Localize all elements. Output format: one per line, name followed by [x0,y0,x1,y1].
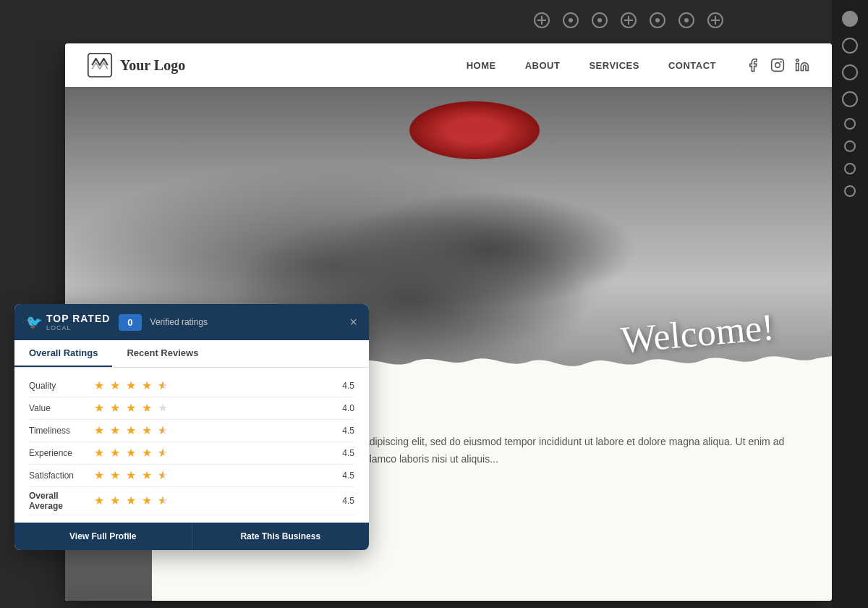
sidebar-icon-7[interactable] [844,163,856,174]
social-icons [745,57,810,73]
star-icon: ★ [142,423,156,438]
logo-area: Your Logo [87,52,467,78]
star-icon: ★ [126,423,140,438]
top-rated-widget: 🐦 TOP RATED LOCAL 0 Verified ratings × O… [14,304,369,550]
facebook-icon[interactable] [745,57,761,73]
logo-icon [87,52,113,78]
stars-container: ★★★★★★ [94,468,333,483]
star-icon: ★ [142,401,156,415]
stars-container: ★★★★★★ [94,494,333,508]
widget-close-button[interactable]: × [349,315,357,330]
nav-links: HOME ABOUT SERVICES CONTACT [467,60,716,71]
tab-overall-ratings[interactable]: Overall Ratings [14,340,112,367]
sidebar-icon-1[interactable] [842,11,858,27]
star-icon: ★ [94,468,109,483]
star-icon: ★ [110,468,124,483]
svg-point-3 [780,62,781,62]
rating-label: Quality [29,381,94,391]
verified-count: 0 [119,314,141,331]
toolbar-icon-3[interactable] [592,12,608,28]
toolbar [0,0,868,40]
nav-services[interactable]: SERVICES [589,60,639,71]
star-icon: ★ [110,379,124,393]
star-icon: ★ [126,468,140,483]
widget-header: 🐦 TOP RATED LOCAL 0 Verified ratings × [14,304,369,340]
svg-point-2 [775,63,780,68]
star-icon: ★ [94,446,109,460]
rating-score: 4.5 [333,470,354,481]
star-icon: ★ [142,446,156,460]
rating-label: Satisfaction [29,470,94,481]
toolbar-icon-7[interactable] [707,12,723,28]
rating-label: Value [29,403,94,413]
widget-footer: View Full Profile Rate This Business [14,523,369,550]
rating-row: Experience★★★★★★4.5 [29,442,354,465]
star-icon: ★ [126,379,140,393]
toolbar-icon-5[interactable] [650,12,665,28]
sidebar-icon-5[interactable] [844,118,856,130]
stars-container: ★★★★★★ [94,423,333,438]
rating-label: Overall Average [29,491,94,511]
verified-label: Verified ratings [150,317,208,327]
widget-header-left: 🐦 TOP RATED LOCAL 0 Verified ratings [26,313,208,332]
star-icon: ★★ [158,446,172,460]
nav-contact[interactable]: CONTACT [668,60,716,71]
stars-container: ★★★★★★ [94,446,333,460]
car-light [409,101,540,159]
star-icon: ★★ [158,423,172,438]
toolbar-icon-4[interactable] [621,12,637,28]
rating-row: Value★★★★★4.0 [29,397,354,420]
sidebar-icon-4[interactable] [842,91,858,107]
svg-rect-4 [796,64,799,71]
rating-row: Satisfaction★★★★★★4.5 [29,465,354,487]
toolbar-icon-6[interactable] [678,12,694,28]
rating-label: Timeliness [29,426,94,436]
star-icon: ★ [94,401,109,415]
svg-point-5 [796,59,799,62]
star-icon: ★ [110,401,124,415]
star-icon: ★ [142,468,156,483]
star-icon: ★ [126,401,140,415]
stars-container: ★★★★★★ [94,379,333,393]
star-icon: ★ [158,401,172,415]
star-icon: ★ [94,379,109,393]
top-rated-label: TOP RATED LOCAL [46,313,110,332]
rating-row: Timeliness★★★★★★4.5 [29,420,354,442]
rating-score: 4.5 [333,381,354,391]
top-rated-main: TOP RATED [46,313,110,324]
rate-business-button[interactable]: Rate This Business [192,523,370,550]
svg-rect-1 [772,59,784,72]
bird-icon: 🐦 [26,314,42,330]
star-icon: ★ [142,494,156,508]
sidebar-icon-2[interactable] [842,38,858,54]
sidebar-icon-3[interactable] [842,64,858,80]
rating-score: 4.5 [333,448,354,458]
star-icon: ★ [110,446,124,460]
nav-home[interactable]: HOME [467,60,496,71]
rating-score: 4.5 [333,426,354,436]
tab-recent-reviews[interactable]: Recent Reviews [112,340,213,367]
widget-tabs: Overall Ratings Recent Reviews [14,340,369,368]
stars-container: ★★★★★ [94,401,333,415]
rating-row: Quality★★★★★★4.5 [29,375,354,397]
star-icon: ★★ [158,379,172,393]
instagram-icon[interactable] [770,57,786,73]
star-icon: ★ [94,423,109,438]
toolbar-icon-1[interactable] [534,12,550,28]
toolbar-icon-2[interactable] [563,12,579,28]
navbar: Your Logo HOME ABOUT SERVICES CONTACT [65,43,832,87]
star-icon: ★ [126,446,140,460]
rating-score: 4.5 [333,496,354,506]
sidebar-icon-8[interactable] [844,185,856,197]
star-icon: ★ [126,494,140,508]
star-icon: ★ [142,379,156,393]
star-icon: ★ [110,423,124,438]
sidebar-icon-6[interactable] [844,140,856,152]
nav-about[interactable]: ABOUT [525,60,561,71]
view-profile-button[interactable]: View Full Profile [14,523,192,550]
star-icon: ★ [110,494,124,508]
top-rated-badge: 🐦 TOP RATED LOCAL [26,313,110,332]
linkedin-icon[interactable] [794,57,810,73]
star-icon: ★★ [158,468,172,483]
rating-label: Experience [29,448,94,458]
